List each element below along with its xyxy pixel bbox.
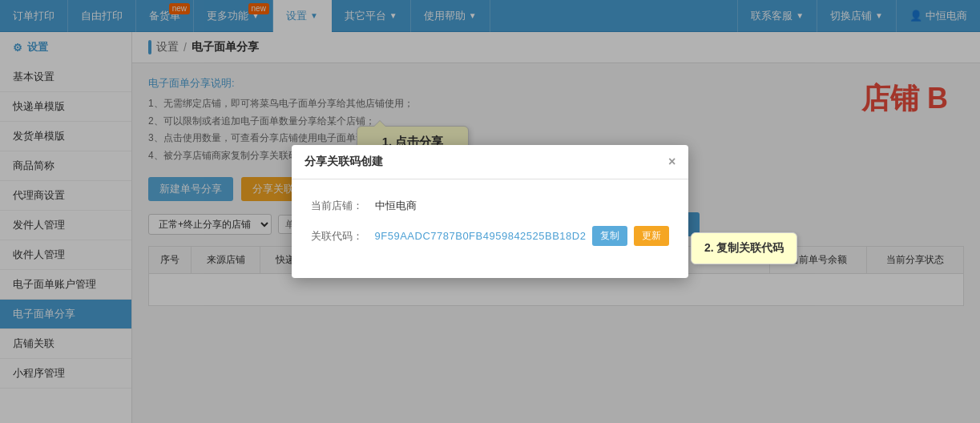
code-label: 关联代码： [311, 229, 367, 244]
modal-overlay: 分享关联码创建 × 当前店铺： 中恒电商 关联代码： 9F59AADC7787B… [0, 0, 980, 423]
tooltip-2: 2. 复制关联代码 [691, 232, 798, 264]
code-action-row: 9F59AADC7787B0FB4959842525BB18D2 复制 更新 2… [375, 226, 670, 246]
modal-store-row: 当前店铺： 中恒电商 [311, 199, 670, 213]
modal-header: 分享关联码创建 × [292, 145, 689, 179]
share-modal: 分享关联码创建 × 当前店铺： 中恒电商 关联代码： 9F59AADC7787B… [292, 145, 689, 278]
store-name-value: 中恒电商 [375, 199, 417, 213]
store-label: 当前店铺： [311, 199, 367, 213]
modal-title: 分享关联码创建 [304, 155, 383, 169]
code-value: 9F59AADC7787B0FB4959842525BB18D2 [375, 230, 587, 242]
modal-code-row: 关联代码： 9F59AADC7787B0FB4959842525BB18D2 复… [311, 226, 670, 246]
copy-code-button[interactable]: 复制 [592, 226, 627, 246]
modal-body: 当前店铺： 中恒电商 关联代码： 9F59AADC7787B0FB4959842… [292, 179, 689, 278]
refresh-code-button[interactable]: 更新 [634, 226, 669, 246]
modal-close-button[interactable]: × [668, 155, 676, 169]
